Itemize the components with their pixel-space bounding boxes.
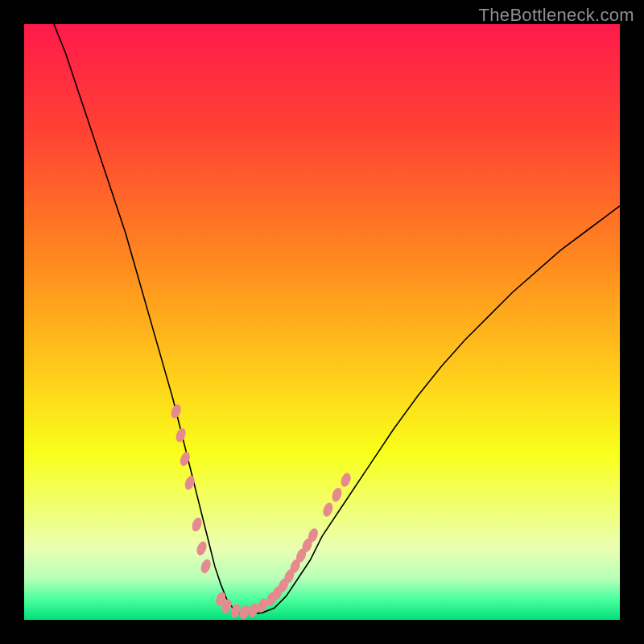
chart-frame: TheBottleneck.com bbox=[0, 0, 644, 644]
watermark: TheBottleneck.com bbox=[479, 5, 634, 26]
gradient-bg bbox=[24, 24, 620, 620]
chart-svg bbox=[24, 24, 620, 620]
plot-area bbox=[24, 24, 620, 620]
